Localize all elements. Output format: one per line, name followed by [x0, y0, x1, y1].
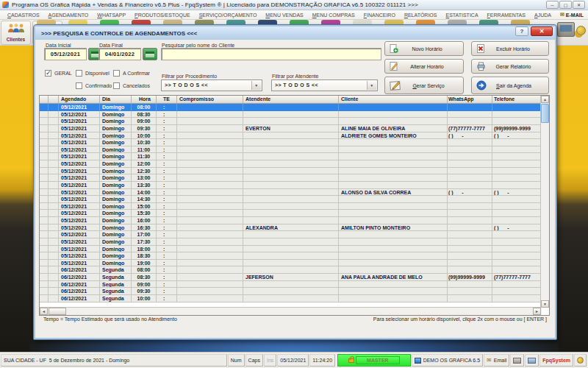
table-row[interactable]: 05/12/2021Domingo14:00:ALONSO DA SILVA C… [40, 189, 541, 197]
cell-sel2 [49, 189, 59, 197]
horizontal-scroll-thumb[interactable] [49, 308, 66, 315]
search-input[interactable] [161, 48, 381, 60]
status-email: ✉Email [484, 354, 509, 367]
table-row[interactable]: 05/12/2021Domingo14:30: [40, 196, 541, 203]
gerar-servico-button[interactable]: Gerar Serviço [384, 77, 464, 94]
dialog-close-button[interactable]: ✕ [531, 26, 553, 36]
dialog-help-button[interactable]: ? [515, 26, 528, 36]
column-header[interactable]: Dia [100, 96, 132, 103]
checkbox-confirmado[interactable] [76, 82, 82, 89]
menu-item-email[interactable]: ✉E-MAIL [556, 12, 588, 18]
table-row[interactable]: 05/12/2021Domingo19:00: [40, 260, 541, 267]
novo-horario-button[interactable]: Novo Horário [384, 41, 464, 56]
menu-item-estatistica[interactable]: ESTATISTICA [441, 13, 482, 18]
column-header[interactable] [40, 96, 49, 103]
scroll-up-button[interactable]: ▲ [541, 96, 549, 103]
menu-item-menu-compras[interactable]: MENU COMPRAS [308, 13, 359, 18]
schedule-grid: AgendadoDiaHoraTECompromissoAtendenteCli… [39, 95, 550, 316]
cell-compromisso [177, 203, 243, 210]
column-header[interactable]: Telefone [492, 96, 541, 103]
scroll-left-button[interactable]: ◄ [40, 308, 48, 315]
dialog-title-bar[interactable]: >>> PESQUISA E CONTROLE DE AGENDAMENTOS … [35, 26, 555, 40]
table-row[interactable]: 05/12/2021Domingo10:30: [40, 139, 541, 146]
column-header[interactable]: Atendente [243, 96, 339, 103]
table-row[interactable]: 05/12/2021Domingo11:00: [40, 146, 541, 154]
close-button[interactable]: ✕ [573, 1, 585, 9]
filtro-procedimento-select[interactable]: >> T O D O S << ▼ [161, 79, 262, 91]
scroll-right-button[interactable]: ► [533, 308, 541, 315]
table-row[interactable]: 05/12/2021Domingo17:00: [40, 231, 541, 238]
table-row[interactable]: 05/12/2021Domingo18:00: [40, 246, 541, 253]
cell-whatsapp [448, 153, 492, 160]
cell-atendente [243, 174, 339, 182]
cell-te: : [157, 260, 177, 267]
menu-item-agendamento[interactable]: AGENDAMENTO [44, 13, 93, 18]
cell-dia: Domingo [100, 203, 132, 210]
excluir-horario-button[interactable]: Excluir Horário [471, 41, 549, 56]
table-row[interactable]: 05/12/2021Domingo16:30:ALEXANDRAAMILTON … [40, 224, 541, 232]
checkbox-a-confirmar[interactable] [113, 70, 120, 77]
table-row[interactable]: 06/12/2021Segunda09:00: [40, 281, 541, 289]
table-row[interactable]: 05/12/2021Domingo09:30:EVERTONALINE MAIA… [40, 125, 541, 132]
menu-item-servi-o-or-amento[interactable]: SERVIÇO/ORÇAMENTO [195, 13, 262, 18]
gerar-relatorio-button[interactable]: Gerar Relatório [471, 59, 549, 74]
table-row[interactable]: 05/12/2021Domingo13:30: [40, 182, 541, 189]
column-header[interactable]: Hora [132, 96, 157, 103]
column-header[interactable] [49, 96, 59, 103]
checkbox-geral[interactable] [45, 70, 51, 77]
computer-icon[interactable] [557, 22, 575, 37]
cell-cliente [339, 238, 448, 246]
sair-da-agenda-button[interactable]: Sair da Agenda [471, 77, 549, 94]
table-row[interactable]: 05/12/2021Domingo15:30: [40, 210, 541, 217]
column-header[interactable]: Cliente [339, 96, 448, 103]
table-row[interactable]: 05/12/2021Domingo08:30: [40, 111, 541, 118]
menu-item-relat-rios[interactable]: RELATÓRIOS [400, 13, 442, 18]
table-row[interactable]: 06/12/2021Segunda09:30: [40, 288, 541, 295]
menu-item-ferramentas[interactable]: FERRAMENTAS [483, 13, 530, 18]
data-final-calendar-button[interactable] [143, 48, 157, 60]
table-row[interactable]: 05/12/2021Domingo18:30: [40, 252, 541, 260]
cell-sel1 [40, 238, 49, 246]
cell-atendente [243, 160, 339, 168]
chevron-down-icon[interactable]: ▼ [251, 81, 261, 90]
chevron-down-icon[interactable]: ▼ [367, 81, 376, 90]
horizontal-scrollbar[interactable]: ◄ ► [40, 307, 542, 315]
checkbox-cancelados[interactable] [113, 82, 120, 89]
table-row[interactable]: 05/12/2021Domingo12:30: [40, 168, 541, 175]
column-header[interactable]: Compromisso [177, 96, 243, 103]
cell-te: : [157, 125, 177, 132]
scroll-down-button[interactable]: ▼ [541, 300, 549, 308]
filtro-atendente-select[interactable]: >> T O D O S << ▼ [271, 79, 378, 91]
menu-item-financeiro[interactable]: FINANCEIRO [359, 13, 400, 18]
menu-item-produtos-estoque[interactable]: PRODUTOS/ESTOQUE [130, 13, 195, 18]
menu-item-whatsapp[interactable]: WHATSAPP [93, 13, 130, 18]
vertical-scroll-thumb[interactable] [541, 104, 549, 123]
alterar-horario-button[interactable]: Alterar Horário [384, 59, 464, 74]
checkbox-disponivel[interactable] [76, 70, 82, 77]
menu-item-menu-vendas[interactable]: MENU VENDAS [261, 13, 307, 18]
data-final-input[interactable]: 04/01/2022 [98, 48, 141, 60]
table-row[interactable]: 06/12/2021Segunda08:30:JEFERSONANA PAULA… [40, 274, 541, 281]
money-icon[interactable] [576, 26, 586, 35]
table-row[interactable]: 05/12/2021Domingo12:00: [40, 160, 541, 168]
table-row[interactable]: 05/12/2021Domingo09:00: [40, 118, 541, 125]
vertical-scrollbar[interactable]: ▲ ▼ [540, 96, 549, 308]
column-header[interactable]: TE [157, 96, 177, 103]
table-row[interactable]: 05/12/2021Domingo16:00: [40, 217, 541, 224]
data-inicial-input[interactable]: 05/12/2021 [44, 48, 87, 60]
column-header[interactable]: Agendado [59, 96, 100, 103]
table-row[interactable]: 06/12/2021Segunda08:00: [40, 266, 541, 274]
table-row[interactable]: 05/12/2021Domingo10:00:ALDRIETE GOMES MO… [40, 132, 541, 140]
cell-sel1 [40, 246, 49, 253]
table-row[interactable]: 05/12/2021Domingo17:30: [40, 238, 541, 246]
table-row[interactable]: 05/12/2021Domingo15:00: [40, 203, 541, 210]
maximize-button[interactable]: ▢ [559, 1, 572, 9]
table-row[interactable]: 05/12/2021Domingo08:00: [40, 104, 541, 111]
menu-item-cadastros[interactable]: CADASTROS [3, 13, 44, 18]
minimize-button[interactable]: ─ [546, 1, 559, 9]
column-header[interactable]: WhatsApp [448, 96, 492, 103]
table-row[interactable]: 06/12/2021Segunda10:00: [40, 295, 541, 302]
menu-item-ajuda[interactable]: AJUDA [530, 13, 556, 18]
table-row[interactable]: 05/12/2021Domingo13:00: [40, 174, 541, 182]
table-row[interactable]: 05/12/2021Domingo11:30: [40, 153, 541, 160]
